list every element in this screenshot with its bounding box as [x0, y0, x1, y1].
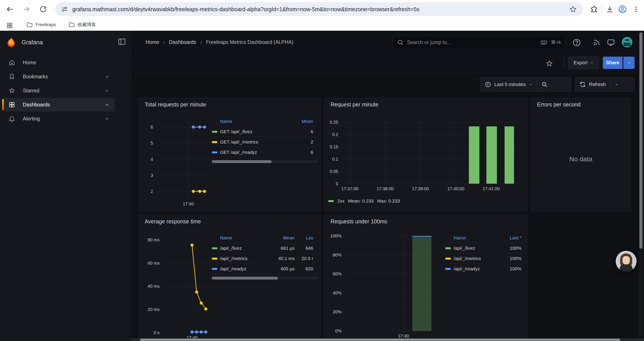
legend-scrollbar-thumb[interactable]	[212, 277, 278, 279]
dashboard-actions-bar	[131, 54, 644, 73]
time-series-plot: 80 ms60 ms40 ms20 ms0 s17:40	[164, 233, 211, 333]
legend-column-header[interactable]: Name	[220, 119, 287, 124]
sidebar-item-label: Dashboards	[23, 102, 50, 108]
x-axis-tick-label: 17:40:00	[447, 186, 464, 191]
refresh-button[interactable]: Refresh	[575, 78, 610, 92]
legend-column-header[interactable]: Mean	[262, 235, 294, 240]
news-button[interactable]	[592, 38, 602, 47]
legend-scrollbar[interactable]	[212, 277, 318, 279]
bar	[412, 236, 432, 331]
chevron-down-icon[interactable]	[104, 74, 110, 80]
browser-menu-button[interactable]	[631, 5, 641, 14]
y-axis-tick-label: 0.15	[330, 144, 338, 149]
sidebar-item-starred[interactable]: Starred	[2, 84, 115, 97]
panel-requests-under-100ms[interactable]: Requests under 100ms 100%80%60%40%20%0%1…	[324, 215, 528, 341]
legend-inline[interactable]: 2xx Mean: 0.233 Max: 0.233	[328, 198, 400, 204]
sidebar-item-alerting[interactable]: Alerting	[2, 112, 115, 126]
chevron-down-icon	[615, 83, 618, 86]
legend-series-name: GET /api/_/livez	[220, 129, 287, 134]
export-button[interactable]: Export	[568, 57, 599, 69]
sidebar-item-bookmarks[interactable]: Bookmarks	[2, 70, 115, 83]
legend-row[interactable]: GET /api/_/livez6	[212, 127, 318, 137]
panel-errors-per-second[interactable]: Errors per second No data	[531, 98, 631, 211]
x-axis-tick-label: 17:41:00	[483, 186, 500, 191]
help-button[interactable]	[572, 38, 582, 47]
screen-share-button[interactable]	[606, 38, 616, 47]
time-range-picker[interactable]: Last 5 minutes	[480, 78, 536, 92]
chevron-down-icon[interactable]	[104, 102, 110, 108]
panel-title[interactable]: Requests under 100ms	[330, 218, 387, 225]
panel-title[interactable]: Request per minute	[330, 101, 378, 108]
panel-average-response-time[interactable]: Average response time 80 ms60 ms40 ms20 …	[138, 215, 321, 341]
bar	[486, 126, 497, 184]
site-settings-icon	[61, 6, 68, 13]
forward-button[interactable]	[22, 4, 32, 14]
search-input[interactable]: Search or jump to... ⌘+k	[392, 36, 566, 49]
breadcrumb-dashboards[interactable]: Dashboards	[169, 39, 196, 45]
legend-row[interactable]: /api/_/livez661 µs646	[212, 243, 318, 253]
sidebar-toggle-button[interactable]	[118, 37, 126, 46]
sidebar-item-home[interactable]: Home	[2, 56, 115, 69]
y-axis-tick-label: 80 ms	[148, 237, 160, 242]
legend-row[interactable]: /api/_/livez100%	[445, 243, 527, 253]
grafana-logo[interactable]	[6, 37, 16, 47]
legend-column-header[interactable]: Mean	[287, 119, 313, 124]
gridline-x	[456, 121, 456, 186]
legend-row[interactable]: /api/_/readyz605 µs620	[212, 264, 318, 274]
legend-column-header[interactable]: Last *	[497, 235, 522, 240]
panel-title[interactable]: Total requests per minute	[145, 101, 206, 108]
panel-title[interactable]: Errors per second	[537, 101, 581, 108]
y-axis-tick-label: 0.2	[332, 132, 338, 137]
profile-button[interactable]	[618, 5, 627, 14]
legend-row[interactable]: /api/_/readyz100%	[445, 264, 527, 274]
refresh-interval-button[interactable]	[610, 78, 623, 92]
legend-row[interactable]: /api/_/metrics100%	[445, 253, 527, 264]
horizontal-scrollbar[interactable]	[131, 338, 644, 341]
legend-value: 20.5 r	[294, 256, 313, 261]
user-avatar[interactable]	[622, 37, 632, 47]
horizontal-scrollbar-thumb[interactable]	[140, 338, 620, 341]
legend-scrollbar[interactable]	[212, 160, 318, 163]
grafana-sidebar-header: Grafana	[0, 31, 131, 54]
toolbar-divider	[602, 5, 602, 14]
series-color-dash	[445, 268, 451, 270]
favorite-dashboard-button[interactable]	[546, 60, 553, 67]
extensions-button[interactable]	[589, 5, 599, 14]
series-color-dash	[445, 247, 451, 249]
legend-column-header[interactable]: Name	[454, 235, 497, 240]
legend-row[interactable]: /api/_/metrics40.1 ms20.5 r	[212, 253, 318, 264]
legend-row[interactable]: GET /api/_/metrics2	[212, 137, 318, 147]
share-menu-button[interactable]	[623, 57, 634, 69]
legend-value: 100%	[497, 256, 522, 261]
legend-scrollbar-thumb[interactable]	[212, 160, 272, 163]
reload-button[interactable]	[38, 4, 48, 14]
apps-shortcut-button[interactable]	[5, 21, 14, 30]
legend-column-header[interactable]: Name	[220, 235, 262, 240]
panel-request-per-minute[interactable]: Request per minute 0.250.20.150.10.05017…	[324, 98, 528, 211]
share-button[interactable]: Share	[603, 57, 622, 69]
zoom-out-button[interactable]	[537, 78, 552, 92]
chevron-down-icon[interactable]	[104, 88, 110, 94]
back-button[interactable]	[5, 4, 15, 14]
downloads-button[interactable]	[605, 5, 615, 14]
legend-column-header[interactable]: Las	[294, 235, 313, 240]
kebab-menu-icon	[632, 6, 640, 13]
legend-row[interactable]: GET /api/_/readyz6	[212, 147, 318, 158]
breadcrumb-home[interactable]: Home	[146, 39, 159, 45]
chevron-down-icon	[627, 61, 631, 65]
legend-value: 661 µs	[262, 245, 294, 251]
panel-title[interactable]: Average response time	[145, 218, 201, 225]
sidebar-item-dashboards[interactable]: Dashboards	[2, 98, 115, 112]
vertical-scrollbar[interactable]	[639, 31, 643, 341]
no-data-message: No data	[531, 155, 631, 163]
reload-icon	[39, 5, 47, 13]
chevron-down-icon[interactable]	[104, 116, 110, 122]
url-bar[interactable]: grafana.mathmast.com/d/deytv4rwavabkb/fr…	[55, 2, 582, 16]
bookmark-folder-blogs[interactable]: 收藏博客	[66, 20, 99, 29]
panel-total-requests-per-minute[interactable]: Total requests per minute 6543217:40 Nam…	[138, 98, 321, 211]
bell-icon	[8, 115, 15, 122]
floating-assistant-avatar[interactable]	[616, 251, 636, 272]
bookmark-star-icon[interactable]	[569, 5, 577, 13]
vertical-scrollbar-thumb[interactable]	[640, 33, 642, 249]
bookmark-folder-freeleaps[interactable]: Freeleaps	[24, 20, 58, 29]
